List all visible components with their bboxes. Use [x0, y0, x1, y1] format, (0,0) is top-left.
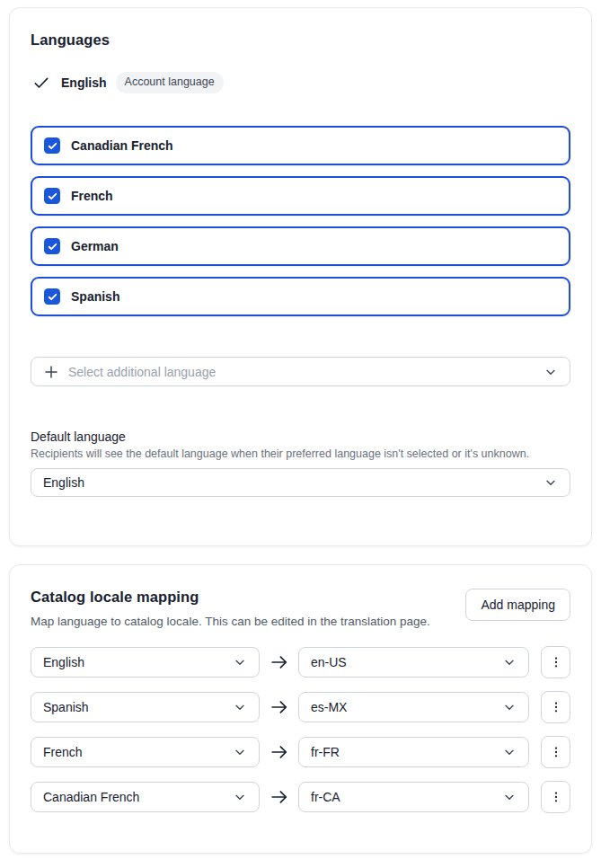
- default-language-value: English: [43, 475, 84, 490]
- mapping-locale-select[interactable]: fr-FR: [298, 737, 529, 767]
- language-checkbox-row-french[interactable]: French: [31, 176, 570, 216]
- mapping-row-french: French fr-FR: [31, 737, 570, 767]
- chevron-down-icon: [233, 790, 247, 804]
- add-mapping-button[interactable]: Add mapping: [465, 589, 570, 621]
- catalog-card-description: Map language to catalog locale. This can…: [31, 612, 430, 631]
- arrow-right-icon: [260, 697, 298, 717]
- language-label: Canadian French: [71, 138, 173, 153]
- check-icon: [32, 74, 50, 92]
- chevron-down-icon: [233, 655, 247, 669]
- mapping-locale-select[interactable]: en-US: [298, 647, 529, 678]
- checkbox-checked-icon[interactable]: [44, 137, 60, 154]
- catalog-locale-mapping-card: Catalog locale mapping Map language to c…: [9, 564, 592, 854]
- checkbox-checked-icon[interactable]: [44, 238, 60, 254]
- arrow-right-icon: [260, 652, 298, 672]
- additional-language-select[interactable]: Select additional language: [31, 357, 570, 386]
- catalog-header-text: Catalog locale mapping Map language to c…: [31, 589, 430, 631]
- language-label: Spanish: [71, 289, 119, 304]
- default-language-description: Recipients will see the default language…: [31, 447, 570, 460]
- language-checkbox-row-spanish[interactable]: Spanish: [31, 277, 570, 316]
- mapping-row-menu-button[interactable]: [541, 781, 570, 813]
- languages-card-title: Languages: [31, 31, 570, 49]
- mapping-locale-value: fr-FR: [311, 745, 340, 759]
- additional-language-placeholder: Select additional language: [68, 365, 216, 379]
- mapping-locale-select[interactable]: es-MX: [298, 692, 529, 722]
- kebab-menu-icon: [549, 700, 563, 714]
- language-checkbox-row-german[interactable]: German: [31, 226, 570, 266]
- default-language-section: Default language Recipients will see the…: [31, 430, 570, 497]
- chevron-down-icon: [502, 700, 517, 714]
- checkbox-checked-icon[interactable]: [44, 188, 60, 204]
- mapping-language-select[interactable]: French: [31, 737, 260, 767]
- default-language-select[interactable]: English: [31, 468, 570, 497]
- checkbox-checked-icon[interactable]: [44, 288, 60, 305]
- mapping-language-select[interactable]: Canadian French: [31, 782, 260, 812]
- language-checkbox-row-canadian-french[interactable]: Canadian French: [31, 126, 570, 165]
- kebab-menu-icon: [549, 790, 563, 804]
- mapping-language-select[interactable]: Spanish: [31, 692, 260, 722]
- mapping-locale-select[interactable]: fr-CA: [298, 782, 529, 812]
- kebab-menu-icon: [549, 655, 563, 669]
- default-language-label: Default language: [31, 430, 570, 444]
- chevron-down-icon: [544, 365, 558, 379]
- account-language-badge: Account language: [116, 72, 224, 93]
- mapping-row-canadian-french: Canadian French fr-CA: [31, 782, 570, 812]
- language-settings-page: Languages English Account language Canad…: [0, 0, 601, 868]
- mapping-language-value: English: [43, 655, 84, 669]
- language-label: German: [71, 239, 119, 253]
- mapping-row-menu-button[interactable]: [541, 646, 570, 678]
- arrow-right-icon: [260, 742, 298, 762]
- mapping-language-value: Canadian French: [43, 790, 139, 804]
- kebab-menu-icon: [549, 745, 563, 759]
- account-language-name: English: [61, 75, 107, 90]
- language-label: French: [71, 189, 113, 203]
- chevron-down-icon: [502, 790, 517, 804]
- mapping-locale-value: fr-CA: [311, 790, 340, 804]
- mapping-row-english: English en-US: [31, 647, 570, 678]
- chevron-down-icon: [544, 475, 558, 490]
- mapping-locale-value: es-MX: [311, 700, 347, 714]
- catalog-card-title: Catalog locale mapping: [31, 589, 430, 606]
- account-language-row: English Account language: [31, 73, 570, 93]
- mapping-language-select[interactable]: English: [31, 647, 260, 678]
- plus-icon: [43, 364, 59, 380]
- selected-languages-list: Canadian French French German Spanish: [31, 126, 570, 316]
- chevron-down-icon: [502, 745, 517, 759]
- mapping-rows: English en-US: [31, 647, 570, 812]
- chevron-down-icon: [502, 655, 517, 669]
- mapping-row-spanish: Spanish es-MX: [31, 692, 570, 722]
- mapping-language-value: Spanish: [43, 700, 89, 714]
- arrow-right-icon: [260, 787, 298, 807]
- chevron-down-icon: [233, 700, 247, 714]
- mapping-row-menu-button[interactable]: [541, 736, 570, 768]
- catalog-card-header: Catalog locale mapping Map language to c…: [31, 589, 570, 631]
- languages-card: Languages English Account language Canad…: [9, 7, 592, 546]
- mapping-row-menu-button[interactable]: [541, 691, 570, 723]
- mapping-language-value: French: [43, 745, 83, 759]
- chevron-down-icon: [233, 745, 247, 759]
- mapping-locale-value: en-US: [311, 655, 347, 669]
